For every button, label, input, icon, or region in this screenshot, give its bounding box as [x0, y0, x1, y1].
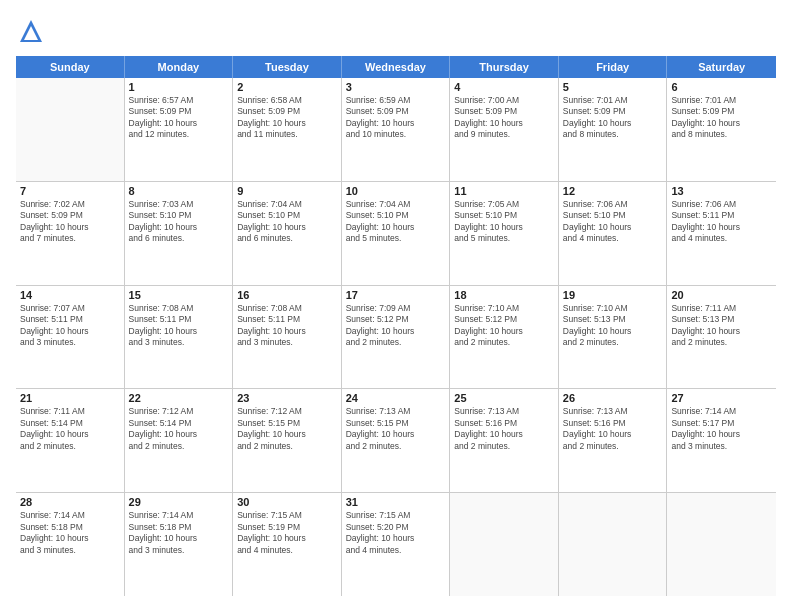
cell-info-line: and 3 minutes.: [237, 337, 337, 348]
cell-info-line: and 12 minutes.: [129, 129, 229, 140]
calendar-cell: 3Sunrise: 6:59 AMSunset: 5:09 PMDaylight…: [342, 78, 451, 181]
calendar-row-1: 1Sunrise: 6:57 AMSunset: 5:09 PMDaylight…: [16, 78, 776, 182]
cell-info-line: and 2 minutes.: [671, 337, 772, 348]
cell-info-line: Sunset: 5:18 PM: [20, 522, 120, 533]
cell-info-line: Sunrise: 7:04 AM: [237, 199, 337, 210]
cell-info-line: Daylight: 10 hours: [20, 533, 120, 544]
cell-info-line: Sunrise: 7:14 AM: [671, 406, 772, 417]
cell-info-line: Daylight: 10 hours: [237, 326, 337, 337]
cell-info-line: Sunset: 5:09 PM: [20, 210, 120, 221]
cell-info-line: Sunset: 5:14 PM: [129, 418, 229, 429]
calendar-cell: 20Sunrise: 7:11 AMSunset: 5:13 PMDayligh…: [667, 286, 776, 389]
calendar-cell: [16, 78, 125, 181]
day-number: 19: [563, 289, 663, 301]
cell-info-line: Sunrise: 6:59 AM: [346, 95, 446, 106]
cell-info-line: Sunset: 5:20 PM: [346, 522, 446, 533]
cell-info-line: Daylight: 10 hours: [20, 429, 120, 440]
cell-info-line: Sunrise: 7:13 AM: [454, 406, 554, 417]
cell-info-line: Daylight: 10 hours: [129, 118, 229, 129]
day-number: 12: [563, 185, 663, 197]
cell-info-line: Sunset: 5:19 PM: [237, 522, 337, 533]
day-number: 28: [20, 496, 120, 508]
calendar-cell: 14Sunrise: 7:07 AMSunset: 5:11 PMDayligh…: [16, 286, 125, 389]
day-number: 15: [129, 289, 229, 301]
day-number: 29: [129, 496, 229, 508]
cell-info-line: Daylight: 10 hours: [454, 222, 554, 233]
cell-info-line: and 3 minutes.: [20, 337, 120, 348]
cell-info-line: Daylight: 10 hours: [454, 326, 554, 337]
cell-info-line: Daylight: 10 hours: [237, 533, 337, 544]
calendar-cell: [450, 493, 559, 596]
cell-info-line: and 10 minutes.: [346, 129, 446, 140]
calendar-cell: 2Sunrise: 6:58 AMSunset: 5:09 PMDaylight…: [233, 78, 342, 181]
day-number: 5: [563, 81, 663, 93]
day-number: 16: [237, 289, 337, 301]
cell-info-line: Daylight: 10 hours: [563, 326, 663, 337]
cell-info-line: Sunset: 5:11 PM: [20, 314, 120, 325]
cell-info-line: Sunrise: 6:58 AM: [237, 95, 337, 106]
header-day-monday: Monday: [125, 56, 234, 78]
day-number: 7: [20, 185, 120, 197]
cell-info-line: and 8 minutes.: [671, 129, 772, 140]
calendar-cell: [667, 493, 776, 596]
cell-info-line: Daylight: 10 hours: [237, 429, 337, 440]
calendar-cell: 16Sunrise: 7:08 AMSunset: 5:11 PMDayligh…: [233, 286, 342, 389]
cell-info-line: Daylight: 10 hours: [563, 118, 663, 129]
cell-info-line: Sunset: 5:18 PM: [129, 522, 229, 533]
day-number: 21: [20, 392, 120, 404]
calendar-cell: 18Sunrise: 7:10 AMSunset: 5:12 PMDayligh…: [450, 286, 559, 389]
calendar-cell: 23Sunrise: 7:12 AMSunset: 5:15 PMDayligh…: [233, 389, 342, 492]
cell-info-line: Sunset: 5:10 PM: [454, 210, 554, 221]
day-number: 25: [454, 392, 554, 404]
cell-info-line: Sunset: 5:11 PM: [129, 314, 229, 325]
cell-info-line: Sunset: 5:14 PM: [20, 418, 120, 429]
cell-info-line: and 6 minutes.: [129, 233, 229, 244]
cell-info-line: Sunrise: 7:11 AM: [20, 406, 120, 417]
calendar-cell: 12Sunrise: 7:06 AMSunset: 5:10 PMDayligh…: [559, 182, 668, 285]
cell-info-line: Sunset: 5:16 PM: [563, 418, 663, 429]
cell-info-line: Sunrise: 7:11 AM: [671, 303, 772, 314]
calendar-cell: 27Sunrise: 7:14 AMSunset: 5:17 PMDayligh…: [667, 389, 776, 492]
cell-info-line: Sunrise: 7:08 AM: [129, 303, 229, 314]
calendar-cell: 13Sunrise: 7:06 AMSunset: 5:11 PMDayligh…: [667, 182, 776, 285]
cell-info-line: Sunset: 5:13 PM: [563, 314, 663, 325]
cell-info-line: and 2 minutes.: [454, 441, 554, 452]
cell-info-line: and 2 minutes.: [454, 337, 554, 348]
cell-info-line: Sunset: 5:17 PM: [671, 418, 772, 429]
calendar-row-2: 7Sunrise: 7:02 AMSunset: 5:09 PMDaylight…: [16, 182, 776, 286]
cell-info-line: and 4 minutes.: [237, 545, 337, 556]
day-number: 26: [563, 392, 663, 404]
cell-info-line: Daylight: 10 hours: [563, 222, 663, 233]
day-number: 24: [346, 392, 446, 404]
cell-info-line: Daylight: 10 hours: [129, 222, 229, 233]
cell-info-line: and 3 minutes.: [671, 441, 772, 452]
calendar-cell: 17Sunrise: 7:09 AMSunset: 5:12 PMDayligh…: [342, 286, 451, 389]
cell-info-line: Daylight: 10 hours: [237, 118, 337, 129]
cell-info-line: Sunrise: 7:06 AM: [671, 199, 772, 210]
cell-info-line: Sunset: 5:09 PM: [454, 106, 554, 117]
cell-info-line: Sunrise: 7:15 AM: [237, 510, 337, 521]
calendar-cell: 11Sunrise: 7:05 AMSunset: 5:10 PMDayligh…: [450, 182, 559, 285]
cell-info-line: Sunrise: 7:04 AM: [346, 199, 446, 210]
header: [16, 16, 776, 46]
cell-info-line: and 2 minutes.: [129, 441, 229, 452]
day-number: 18: [454, 289, 554, 301]
calendar-cell: 9Sunrise: 7:04 AMSunset: 5:10 PMDaylight…: [233, 182, 342, 285]
calendar-cell: 30Sunrise: 7:15 AMSunset: 5:19 PMDayligh…: [233, 493, 342, 596]
cell-info-line: Sunrise: 7:00 AM: [454, 95, 554, 106]
cell-info-line: Sunset: 5:16 PM: [454, 418, 554, 429]
cell-info-line: and 2 minutes.: [346, 337, 446, 348]
day-number: 1: [129, 81, 229, 93]
cell-info-line: and 9 minutes.: [454, 129, 554, 140]
cell-info-line: Sunset: 5:09 PM: [563, 106, 663, 117]
cell-info-line: and 3 minutes.: [129, 337, 229, 348]
cell-info-line: Sunrise: 7:14 AM: [129, 510, 229, 521]
cell-info-line: and 4 minutes.: [671, 233, 772, 244]
cell-info-line: Sunset: 5:09 PM: [237, 106, 337, 117]
calendar: SundayMondayTuesdayWednesdayThursdayFrid…: [16, 56, 776, 596]
header-day-friday: Friday: [559, 56, 668, 78]
cell-info-line: Daylight: 10 hours: [454, 429, 554, 440]
cell-info-line: Daylight: 10 hours: [346, 118, 446, 129]
calendar-cell: [559, 493, 668, 596]
cell-info-line: and 7 minutes.: [20, 233, 120, 244]
